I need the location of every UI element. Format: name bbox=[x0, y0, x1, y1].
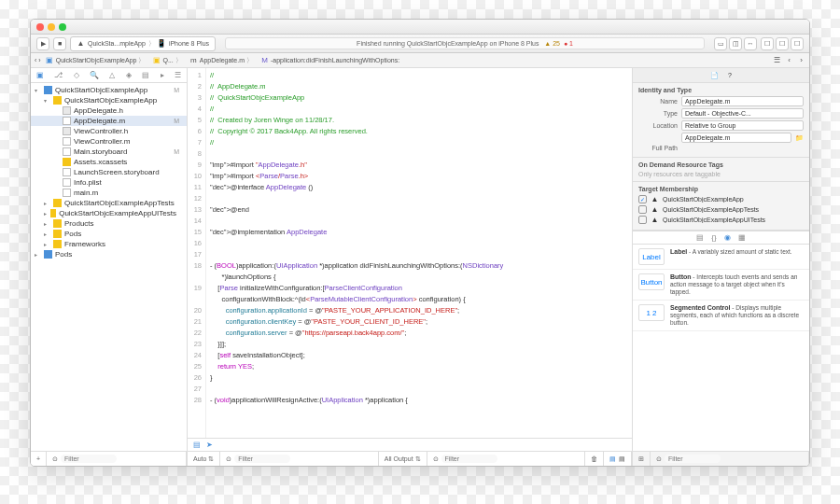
tree-node[interactable]: main.m bbox=[31, 188, 187, 198]
xcode-window: ▶ ■ ▲ QuickSta...mpleApp 〉 📱 iPhone 8 Pl… bbox=[30, 19, 810, 467]
tree-node[interactable]: Info.plist bbox=[31, 177, 187, 188]
project-tree[interactable]: ▾QuickStartObjcExampleAppM▾QuickStartObj… bbox=[31, 83, 187, 451]
identity-title: Identity and Type bbox=[638, 87, 804, 93]
find-navigator-tab[interactable]: 🔍 bbox=[90, 71, 99, 79]
tree-node[interactable]: ▸Frameworks bbox=[31, 239, 187, 249]
object-library-tab[interactable]: ◉ bbox=[724, 233, 731, 242]
scheme-selector[interactable]: ▲ QuickSta...mpleApp 〉 📱 iPhone 8 Plus bbox=[70, 36, 216, 51]
all-output-button[interactable]: All Output ⇅ bbox=[385, 455, 421, 463]
disclosure-icon[interactable]: ▸ bbox=[44, 241, 50, 247]
jump-next-icon[interactable]: › bbox=[797, 56, 805, 64]
disclosure-icon[interactable]: ▾ bbox=[44, 97, 50, 104]
file-template-tab[interactable]: ▤ bbox=[696, 233, 704, 242]
file-icon bbox=[63, 158, 71, 166]
minimize-button[interactable] bbox=[48, 23, 55, 31]
disclosure-icon[interactable]: ▸ bbox=[44, 220, 50, 227]
tree-node[interactable]: ▸QuickStartObjcExampleAppTests bbox=[31, 198, 187, 208]
project-navigator-tab[interactable]: ▣ bbox=[36, 71, 44, 79]
file-inspector-tab[interactable]: 📄 bbox=[710, 72, 719, 79]
close-button[interactable] bbox=[36, 23, 44, 31]
library-view-icon[interactable]: ⊞ bbox=[638, 455, 644, 463]
library-item[interactable]: LabelLabel - A variably sized amount of … bbox=[633, 245, 809, 270]
code-editor[interactable]: 1234567891011121314151617181920212223242… bbox=[188, 68, 632, 438]
disclosure-icon[interactable]: ▾ bbox=[35, 87, 41, 93]
auto-variables-button[interactable]: Auto ⇅ bbox=[193, 455, 214, 463]
identity-section: Identity and Type NameAppDelegate.m Type… bbox=[633, 83, 809, 158]
jump-prev-icon[interactable]: ‹ bbox=[785, 56, 793, 64]
navigator-filter-input[interactable] bbox=[61, 455, 117, 463]
tree-node[interactable]: ▾QuickStartObjcExampleApp bbox=[31, 95, 187, 105]
tree-node[interactable]: AppDelegate.h bbox=[31, 105, 187, 116]
variables-filter-input[interactable] bbox=[234, 455, 290, 463]
target-checkbox[interactable]: ✓ bbox=[638, 195, 647, 203]
source-control-tab[interactable]: ⎇ bbox=[54, 71, 63, 79]
target-checkbox[interactable] bbox=[638, 205, 647, 214]
toggle-debug-button[interactable]: ☐ bbox=[776, 37, 789, 50]
tree-node[interactable]: Assets.xcassets bbox=[31, 157, 187, 167]
scheme-device: iPhone 8 Plus bbox=[169, 40, 209, 47]
name-field[interactable]: AppDelegate.m bbox=[681, 96, 804, 106]
jump-to-symbol-icon[interactable]: ➤ bbox=[206, 441, 213, 449]
choose-folder-icon[interactable]: 📁 bbox=[795, 134, 804, 142]
issue-navigator-tab[interactable]: △ bbox=[109, 71, 115, 79]
disclosure-icon[interactable]: ▸ bbox=[35, 251, 41, 258]
standard-editor-button[interactable]: ▭ bbox=[714, 37, 727, 50]
disclosure-icon[interactable]: ▸ bbox=[44, 200, 50, 206]
tree-node[interactable]: ▸Products bbox=[31, 218, 187, 229]
toggle-inspector-button[interactable]: ☐ bbox=[791, 37, 804, 50]
disclosure-icon[interactable]: ▸ bbox=[44, 231, 50, 237]
show-console-button[interactable]: ▤ bbox=[619, 455, 625, 463]
test-navigator-tab[interactable]: ◈ bbox=[126, 71, 132, 79]
tree-node[interactable]: ViewController.h bbox=[31, 126, 187, 136]
maximize-button[interactable] bbox=[59, 23, 66, 31]
tree-node[interactable]: ViewController.m bbox=[31, 136, 187, 147]
show-variables-button[interactable]: ▤ bbox=[609, 455, 616, 463]
folder-icon: ▣ bbox=[152, 56, 161, 64]
disclosure-icon[interactable]: ▸ bbox=[44, 210, 48, 217]
ondemand-field: Only resources are taggable bbox=[638, 171, 804, 177]
jump-segment-file[interactable]: mAppDelegate.m〉 bbox=[187, 56, 256, 65]
quick-help-tab[interactable]: ? bbox=[728, 72, 732, 78]
toggle-navigator-button[interactable]: ☐ bbox=[761, 37, 774, 50]
stop-button[interactable]: ■ bbox=[53, 37, 66, 50]
version-editor-button[interactable]: ↔ bbox=[744, 37, 757, 50]
jump-segment-method[interactable]: M-application:didFinishLaunchingWithOpti… bbox=[258, 56, 402, 64]
device-icon: 📱 bbox=[158, 39, 166, 48]
jump-back-button[interactable]: ‹ bbox=[35, 57, 36, 63]
tree-node[interactable]: ▾QuickStartObjcExampleAppM bbox=[31, 85, 187, 95]
jump-segment-group[interactable]: ▣Q...〉 bbox=[149, 56, 184, 65]
tree-node[interactable]: ▸Pods bbox=[31, 229, 187, 239]
media-library-tab[interactable]: ▦ bbox=[738, 233, 746, 242]
tree-node[interactable]: ▸Pods bbox=[31, 249, 187, 259]
target-checkbox[interactable] bbox=[638, 216, 647, 224]
console-filter-input[interactable] bbox=[441, 455, 497, 463]
error-icon[interactable]: ● bbox=[564, 40, 567, 47]
add-button[interactable]: + bbox=[36, 455, 40, 462]
code-lines[interactable]: //// AppDelegate.m// QuickStartObjcExamp… bbox=[206, 68, 632, 438]
library-item[interactable]: ButtonButton - Intercepts touch events a… bbox=[633, 270, 809, 301]
node-label: QuickStartObjcExampleAppUITests bbox=[59, 209, 176, 217]
tree-node[interactable]: AppDelegate.mM bbox=[31, 116, 187, 126]
clear-console-button[interactable]: 🗑 bbox=[591, 455, 597, 462]
run-button[interactable]: ▶ bbox=[36, 37, 49, 50]
code-snippet-tab[interactable]: {} bbox=[711, 233, 716, 242]
library-filter-input[interactable] bbox=[665, 455, 721, 463]
jump-forward-button[interactable]: › bbox=[38, 57, 40, 63]
breakpoint-navigator-tab[interactable]: ▸ bbox=[161, 71, 164, 79]
debug-navigator-tab[interactable]: ▤ bbox=[142, 71, 149, 79]
tree-node[interactable]: Main.storyboardM bbox=[31, 147, 187, 157]
jump-segment-project[interactable]: ▣QuickStartObjcExampleApp〉 bbox=[43, 56, 148, 65]
report-navigator-tab[interactable]: ☰ bbox=[175, 71, 181, 79]
type-dropdown[interactable]: Default - Objective-C... bbox=[681, 108, 804, 119]
method-dropdown-icon[interactable]: ▤ bbox=[193, 441, 201, 449]
node-label: AppDelegate.m bbox=[74, 117, 125, 125]
library-item[interactable]: 1 2Segmented Control - Displays multiple… bbox=[633, 301, 809, 331]
tree-node[interactable]: ▸QuickStartObjcExampleAppUITests bbox=[31, 208, 187, 218]
location-dropdown[interactable]: Relative to Group bbox=[681, 120, 804, 131]
library-bottom-bar: ⊞ ⊙ bbox=[633, 451, 809, 466]
assistant-editor-button[interactable]: ◫ bbox=[729, 37, 742, 50]
warning-icon[interactable]: ▲ bbox=[544, 40, 551, 47]
symbol-navigator-tab[interactable]: ◇ bbox=[74, 71, 79, 79]
tree-node[interactable]: LaunchScreen.storyboard bbox=[31, 167, 187, 177]
related-items-icon[interactable]: ☰ bbox=[773, 56, 781, 64]
